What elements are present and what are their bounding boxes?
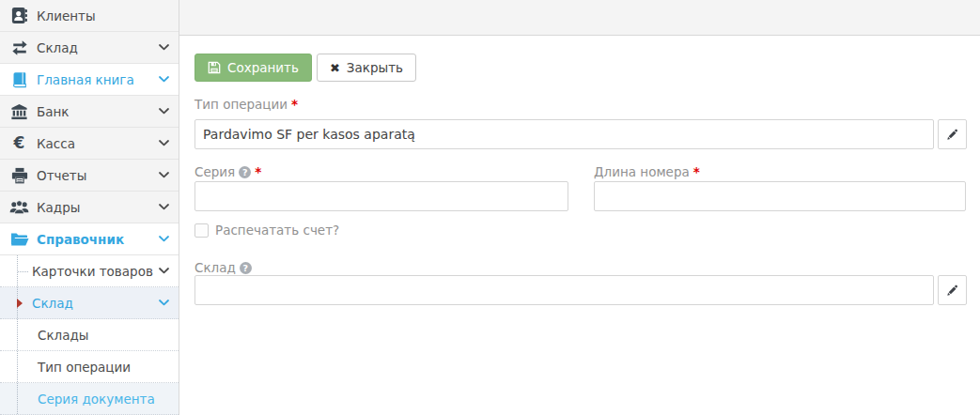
required-asterisk: * bbox=[693, 164, 700, 179]
sidebar: Клиенты Склад Главная книга Банк € Касса bbox=[0, 0, 179, 415]
print-invoice-label: Распечатать счет? bbox=[215, 223, 339, 238]
save-button[interactable]: Сохранить bbox=[194, 54, 312, 82]
sidebar-item-label: Банк bbox=[37, 104, 70, 119]
sidebar-item-label: Главная книга bbox=[37, 72, 134, 87]
sidebar-item-warehouses[interactable]: Склады bbox=[0, 319, 179, 351]
sidebar-item-hr[interactable]: Кадры bbox=[0, 192, 179, 223]
sidebar-item-clients[interactable]: Клиенты bbox=[0, 0, 179, 32]
print-invoice-row: Распечатать счет? bbox=[194, 223, 339, 238]
save-floppy-icon bbox=[208, 61, 221, 74]
sidebar-item-cash[interactable]: € Касса bbox=[0, 128, 179, 160]
number-length-label: Длина номера* bbox=[594, 164, 700, 179]
sidebar-item-label: Склады bbox=[38, 328, 88, 343]
sidebar-item-label: Справочник bbox=[37, 232, 124, 247]
book-icon bbox=[8, 71, 30, 88]
warehouse-input[interactable] bbox=[194, 275, 934, 305]
save-button-label: Сохранить bbox=[227, 60, 299, 75]
close-button[interactable]: ✖ Закрыть bbox=[317, 54, 416, 82]
chevron-down-icon bbox=[159, 172, 169, 178]
operation-type-input[interactable] bbox=[194, 119, 934, 149]
sidebar-item-label: Тип операции bbox=[38, 360, 131, 375]
chevron-down-icon bbox=[159, 236, 169, 242]
close-button-label: Закрыть bbox=[347, 60, 403, 75]
folder-open-icon bbox=[8, 232, 30, 247]
sidebar-item-bank[interactable]: Банк bbox=[0, 96, 179, 128]
printer-icon bbox=[8, 167, 30, 184]
close-x-icon: ✖ bbox=[330, 61, 340, 75]
operation-type-edit-button[interactable] bbox=[938, 119, 967, 149]
page-header-strip bbox=[179, 0, 980, 36]
sidebar-item-label: Касса bbox=[37, 136, 75, 151]
transfer-arrows-icon bbox=[8, 39, 30, 56]
required-asterisk: * bbox=[291, 97, 298, 112]
sidebar-item-label: Клиенты bbox=[37, 8, 96, 23]
sidebar-item-label: Склад bbox=[32, 296, 73, 311]
sidebar-item-general-ledger[interactable]: Главная книга bbox=[0, 64, 179, 96]
toolbar: Сохранить ✖ Закрыть bbox=[194, 54, 416, 82]
chevron-down-icon bbox=[159, 268, 169, 274]
sidebar-item-warehouse-sub[interactable]: Склад bbox=[0, 287, 179, 319]
print-invoice-checkbox[interactable] bbox=[194, 223, 209, 238]
number-length-input[interactable] bbox=[594, 181, 966, 211]
active-submenu-marker-icon bbox=[17, 299, 23, 308]
series-label: Серия ?* bbox=[194, 164, 261, 179]
chevron-down-icon bbox=[159, 44, 169, 51]
sidebar-item-product-cards[interactable]: Карточки товаров bbox=[0, 255, 179, 287]
chevron-down-icon bbox=[159, 204, 169, 210]
series-input[interactable] bbox=[194, 181, 568, 211]
help-icon[interactable]: ? bbox=[240, 262, 252, 274]
warehouse-label: Склад ? bbox=[194, 260, 252, 275]
pencil-icon bbox=[946, 284, 958, 297]
bank-icon bbox=[8, 103, 30, 120]
sidebar-item-directory[interactable]: Справочник bbox=[0, 223, 179, 255]
sidebar-item-label: Кадры bbox=[37, 200, 80, 215]
sidebar-item-document-series[interactable]: Серия документа bbox=[0, 383, 179, 415]
euro-icon: € bbox=[8, 135, 30, 151]
chevron-down-icon bbox=[159, 76, 169, 83]
pencil-icon bbox=[946, 129, 958, 141]
sidebar-item-label: Карточки товаров bbox=[32, 264, 153, 279]
warehouse-edit-button[interactable] bbox=[938, 275, 967, 305]
sidebar-item-warehouse[interactable]: Склад bbox=[0, 32, 179, 64]
sidebar-item-label: Отчеты bbox=[37, 168, 86, 183]
sidebar-item-reports[interactable]: Отчеты bbox=[0, 160, 179, 192]
main-content: Сохранить ✖ Закрыть Тип операции* Серия … bbox=[179, 0, 980, 415]
chevron-down-icon bbox=[159, 300, 169, 306]
sidebar-item-label: Склад bbox=[37, 40, 78, 55]
chevron-down-icon bbox=[159, 108, 169, 115]
help-icon[interactable]: ? bbox=[239, 166, 251, 178]
contacts-icon bbox=[8, 7, 30, 24]
operation-type-label: Тип операции* bbox=[194, 97, 298, 112]
chevron-down-icon bbox=[159, 140, 169, 146]
users-icon bbox=[8, 199, 30, 215]
required-asterisk: * bbox=[255, 164, 261, 179]
sidebar-item-operation-type[interactable]: Тип операции bbox=[0, 351, 179, 383]
sidebar-item-label: Серия документа bbox=[38, 392, 155, 407]
